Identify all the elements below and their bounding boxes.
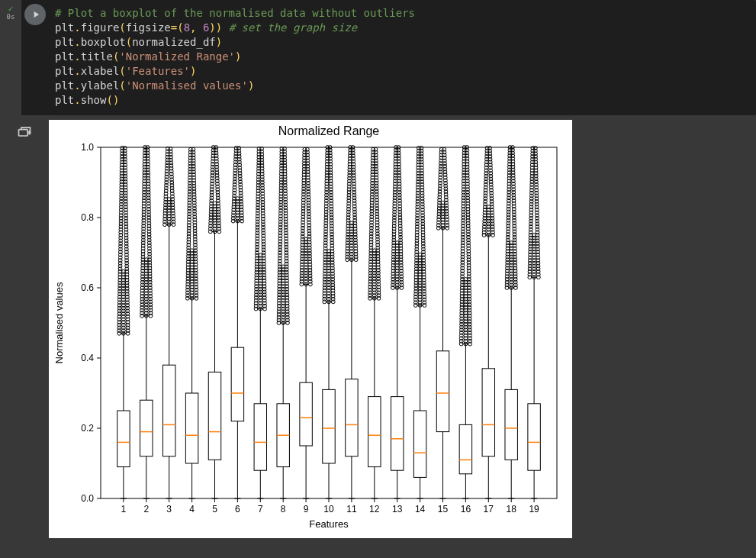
- svg-rect-1119: [323, 389, 335, 463]
- svg-rect-1258: [346, 379, 358, 456]
- code-line[interactable]: plt.boxplot(normalized_df): [55, 35, 747, 50]
- svg-rect-626: [231, 347, 243, 421]
- svg-text:18: 18: [507, 504, 517, 514]
- success-check-icon: ✓: [0, 5, 21, 13]
- svg-rect-697: [254, 404, 266, 470]
- exec-time: 0s: [0, 13, 21, 21]
- svg-text:14: 14: [415, 504, 426, 514]
- code-line[interactable]: # Plot a boxplot of the normalised data …: [55, 6, 747, 21]
- svg-text:Normalised values: Normalised values: [53, 282, 65, 363]
- svg-text:0.4: 0.4: [81, 353, 94, 363]
- svg-rect-411: [185, 393, 198, 463]
- output-gutter: [0, 120, 49, 538]
- svg-text:8: 8: [281, 504, 286, 514]
- code-line[interactable]: plt.figure(figsize=(8, 6)) # set the gra…: [55, 21, 747, 35]
- code-editor[interactable]: # Plot a boxplot of the normalised data …: [49, 0, 756, 115]
- code-line[interactable]: plt.show(): [55, 93, 747, 108]
- svg-text:0.2: 0.2: [81, 423, 94, 434]
- svg-text:19: 19: [529, 504, 539, 514]
- svg-text:0.8: 0.8: [81, 212, 94, 223]
- svg-text:1.0: 1.0: [81, 142, 94, 153]
- svg-rect-1362: [368, 397, 381, 467]
- svg-rect-1623: [413, 411, 426, 477]
- svg-rect-337: [162, 365, 175, 456]
- svg-rect-2224: [528, 404, 540, 470]
- svg-text:2: 2: [143, 504, 149, 514]
- run-gutter: [21, 0, 49, 115]
- plot-output: Normalized RangeNormalised valuesFeature…: [49, 120, 572, 538]
- svg-text:15: 15: [438, 504, 449, 514]
- svg-rect-2097: [505, 389, 517, 460]
- svg-rect-996: [300, 382, 312, 446]
- svg-text:0.6: 0.6: [81, 282, 94, 293]
- output-row: Normalized RangeNormalised valuesFeature…: [0, 120, 756, 538]
- svg-text:10: 10: [323, 504, 334, 514]
- svg-text:5: 5: [212, 504, 217, 514]
- svg-text:0.0: 0.0: [81, 493, 94, 504]
- code-cell: ✓ 0s # Plot a boxplot of the normalised …: [0, 0, 756, 115]
- svg-text:4: 4: [189, 504, 195, 514]
- variable-inspector-icon[interactable]: [15, 123, 34, 141]
- svg-text:6: 6: [235, 504, 240, 514]
- svg-text:12: 12: [369, 504, 380, 514]
- svg-text:13: 13: [392, 504, 403, 514]
- code-line[interactable]: plt.title('Normalized Range'): [55, 50, 747, 64]
- svg-rect-1764: [436, 351, 449, 432]
- svg-rect-2014: [482, 369, 494, 456]
- svg-text:7: 7: [258, 504, 263, 514]
- svg-text:16: 16: [461, 504, 471, 514]
- cell-status-gutter: ✓ 0s: [0, 0, 21, 115]
- svg-rect-21: [117, 411, 130, 467]
- svg-text:17: 17: [484, 504, 494, 514]
- svg-text:3: 3: [166, 504, 172, 514]
- svg-text:1: 1: [121, 504, 127, 514]
- svg-text:11: 11: [346, 504, 357, 514]
- svg-rect-1840: [459, 424, 471, 473]
- run-cell-button[interactable]: [24, 4, 46, 25]
- svg-text:Features: Features: [309, 518, 349, 530]
- svg-rect-186: [140, 400, 153, 456]
- svg-rect-1496: [391, 397, 403, 471]
- svg-rect-0: [19, 130, 28, 136]
- code-line[interactable]: plt.xlabel('Features'): [55, 64, 747, 79]
- svg-rect-545: [208, 372, 220, 460]
- boxplot-chart: Normalized RangeNormalised valuesFeature…: [49, 120, 572, 538]
- play-icon: [31, 9, 41, 20]
- code-line[interactable]: plt.ylabel('Normalised values'): [55, 79, 747, 93]
- svg-text:9: 9: [304, 504, 309, 514]
- svg-text:Normalized Range: Normalized Range: [278, 124, 380, 137]
